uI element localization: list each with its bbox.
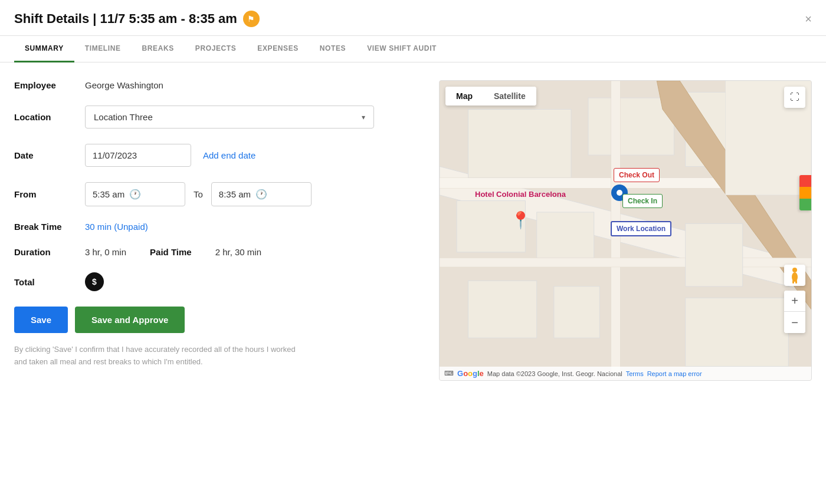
paid-time-label: Paid Time	[150, 247, 192, 257]
tab-breaks[interactable]: BREAKS	[132, 36, 185, 62]
flag-icon: ⚑	[243, 11, 260, 27]
terms-link[interactable]: Terms	[626, 370, 644, 377]
tab-shift-audit[interactable]: VIEW SHIFT AUDIT	[356, 36, 447, 62]
satellite-view-button[interactable]: Satellite	[483, 87, 536, 106]
clock-icon-to: 🕐	[255, 189, 267, 200]
tab-summary[interactable]: SUMMARY	[14, 36, 74, 62]
map-overlays: Hotel Colonial Barcelona 📍 Check Out Che…	[440, 81, 811, 380]
from-label: From	[14, 189, 85, 199]
time-field-group: 5:35 am 🕐 To 8:35 am 🕐	[85, 182, 312, 206]
to-time-input[interactable]: 8:35 am 🕐	[211, 182, 312, 206]
clock-icon-from: 🕐	[129, 189, 141, 200]
close-button[interactable]: ×	[805, 13, 812, 25]
save-button[interactable]: Save	[14, 307, 68, 333]
save-and-approve-button[interactable]: Save and Approve	[75, 307, 185, 333]
header-left: Shift Details | 11/7 5:35 am - 8:35 am ⚑	[14, 11, 260, 27]
duration-label: Duration	[14, 247, 85, 257]
to-time-value: 8:35 am	[219, 189, 251, 199]
location-dropdown-value: Location Three	[94, 112, 153, 122]
disclaimer-text: By clicking 'Save' I confirm that I have…	[14, 344, 297, 368]
traffic-light-icon	[799, 175, 811, 210]
hotel-label: Hotel Colonial Barcelona	[475, 190, 566, 199]
svg-point-17	[617, 190, 622, 196]
checkin-label: Check In	[622, 194, 663, 208]
action-buttons: Save Save and Approve	[14, 307, 421, 333]
location-row: Location Location Three ▾	[14, 106, 421, 129]
main-content: Employee George Washington Location Loca…	[0, 62, 826, 499]
total-row: Total $	[14, 272, 421, 291]
chevron-down-icon: ▾	[362, 113, 365, 121]
from-time-value: 5:35 am	[93, 189, 124, 199]
work-location-label: Work Location	[611, 221, 671, 236]
duration-row: Duration 3 hr, 0 min Paid Time 2 hr, 30 …	[14, 247, 421, 257]
zoom-controls: + −	[784, 291, 805, 333]
duration-value-group: 3 hr, 0 min Paid Time 2 hr, 30 min	[85, 247, 261, 257]
map-panel: Map Satellite ⛶ Hotel Colonial Barcelona…	[439, 80, 812, 381]
paid-time-value: 2 hr, 30 min	[215, 247, 261, 257]
date-field-group: 11/07/2023 Add end date	[85, 144, 255, 167]
svg-point-19	[792, 268, 797, 272]
hotel-pin-icon: 📍	[510, 210, 531, 230]
to-label: To	[194, 189, 203, 199]
date-value: 11/07/2023	[93, 150, 137, 160]
tab-timeline[interactable]: TIMELINE	[74, 36, 132, 62]
date-row: Date 11/07/2023 Add end date	[14, 144, 421, 167]
keyboard-icon: ⌨	[444, 370, 454, 377]
zoom-in-button[interactable]: +	[784, 291, 805, 312]
form-panel: Employee George Washington Location Loca…	[14, 80, 439, 487]
total-label: Total	[14, 277, 85, 287]
date-label: Date	[14, 150, 85, 160]
fullscreen-icon: ⛶	[790, 92, 799, 103]
time-row: From 5:35 am 🕐 To 8:35 am 🕐	[14, 182, 421, 206]
employee-label: Employee	[14, 80, 85, 90]
svg-rect-21	[792, 280, 794, 284]
map-data-text: Map data ©2023 Google, Inst. Geogr. Naci…	[487, 370, 622, 377]
location-dropdown[interactable]: Location Three ▾	[85, 106, 374, 129]
modal-header: Shift Details | 11/7 5:35 am - 8:35 am ⚑…	[0, 0, 826, 36]
map-toggle-group: Map Satellite	[445, 87, 536, 106]
page-title: Shift Details | 11/7 5:35 am - 8:35 am	[14, 11, 237, 27]
tab-bar: SUMMARY TIMELINE BREAKS PROJECTS EXPENSE…	[0, 36, 826, 62]
add-end-date-button[interactable]: Add end date	[203, 150, 255, 160]
break-label: Break Time	[14, 222, 85, 232]
checkout-label: Check Out	[614, 168, 660, 182]
map-view-button[interactable]: Map	[445, 87, 483, 106]
dollar-icon: $	[85, 272, 104, 291]
break-value[interactable]: 30 min (Unpaid)	[85, 222, 148, 232]
pegman-icon[interactable]	[784, 265, 805, 286]
tab-expenses[interactable]: EXPENSES	[247, 36, 309, 62]
tab-notes[interactable]: NOTES	[309, 36, 356, 62]
date-input[interactable]: 11/07/2023	[85, 144, 191, 167]
fullscreen-button[interactable]: ⛶	[784, 87, 805, 108]
from-time-input[interactable]: 5:35 am 🕐	[85, 182, 185, 206]
svg-rect-22	[795, 280, 797, 284]
map-footer: ⌨ Google Map data ©2023 Google, Inst. Ge…	[440, 367, 811, 380]
report-link[interactable]: Report a map error	[647, 370, 702, 377]
zoom-out-button[interactable]: −	[784, 312, 805, 333]
tab-projects[interactable]: PROJECTS	[185, 36, 247, 62]
break-row: Break Time 30 min (Unpaid)	[14, 222, 421, 232]
employee-row: Employee George Washington	[14, 80, 421, 90]
location-label: Location	[14, 112, 85, 122]
employee-value: George Washington	[85, 80, 163, 90]
google-logo: Google	[457, 369, 484, 378]
duration-value: 3 hr, 0 min	[85, 247, 126, 257]
